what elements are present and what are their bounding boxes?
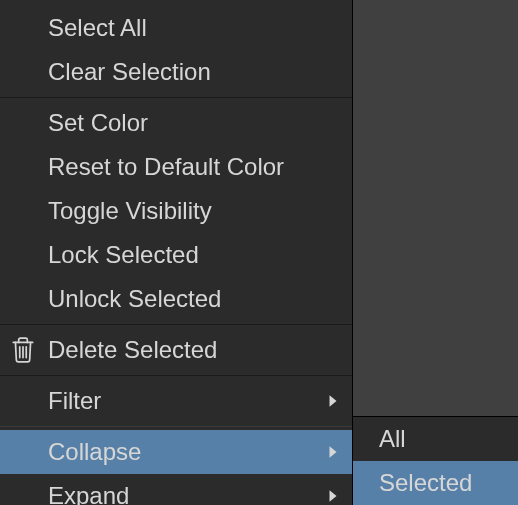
menu-item-reset-default-color[interactable]: Reset to Default Color: [0, 145, 352, 189]
menu-item-label: Expand: [48, 482, 318, 505]
menu-item-filter[interactable]: Filter: [0, 379, 352, 423]
submenu-item-label: Selected: [379, 469, 504, 497]
submenu-item-all[interactable]: All: [353, 417, 518, 461]
menu-item-set-color[interactable]: Set Color: [0, 101, 352, 145]
menu-separator: [0, 426, 352, 427]
menu-item-label: Set Color: [48, 109, 338, 137]
menu-item-label: Reset to Default Color: [48, 153, 338, 181]
menu-item-label: Collapse: [48, 438, 318, 466]
submenu-item-selected[interactable]: Selected: [353, 461, 518, 505]
trash-icon: [10, 336, 48, 364]
submenu-collapse: All Selected: [353, 416, 518, 505]
menu-item-label: Filter: [48, 387, 318, 415]
menu-item-label: Select All: [48, 14, 338, 42]
menu-item-label: Toggle Visibility: [48, 197, 338, 225]
menu-item-label: Delete Selected: [48, 336, 338, 364]
menu-item-delete-selected[interactable]: Delete Selected: [0, 328, 352, 372]
menu-item-clear-selection[interactable]: Clear Selection: [0, 50, 352, 94]
chevron-right-icon: [318, 394, 338, 408]
menu-separator: [0, 97, 352, 98]
context-menu: Select All Clear Selection Set Color Res…: [0, 0, 353, 505]
menu-item-select-all[interactable]: Select All: [0, 6, 352, 50]
chevron-right-icon: [318, 489, 338, 503]
menu-separator: [0, 375, 352, 376]
menu-item-lock-selected[interactable]: Lock Selected: [0, 233, 352, 277]
menu-item-label: Clear Selection: [48, 58, 338, 86]
menu-item-toggle-visibility[interactable]: Toggle Visibility: [0, 189, 352, 233]
chevron-right-icon: [318, 445, 338, 459]
menu-item-label: Lock Selected: [48, 241, 338, 269]
menu-item-label: Unlock Selected: [48, 285, 338, 313]
menu-separator: [0, 324, 352, 325]
menu-item-expand[interactable]: Expand: [0, 474, 352, 505]
menu-item-unlock-selected[interactable]: Unlock Selected: [0, 277, 352, 321]
submenu-item-label: All: [379, 425, 504, 453]
menu-item-collapse[interactable]: Collapse: [0, 430, 352, 474]
